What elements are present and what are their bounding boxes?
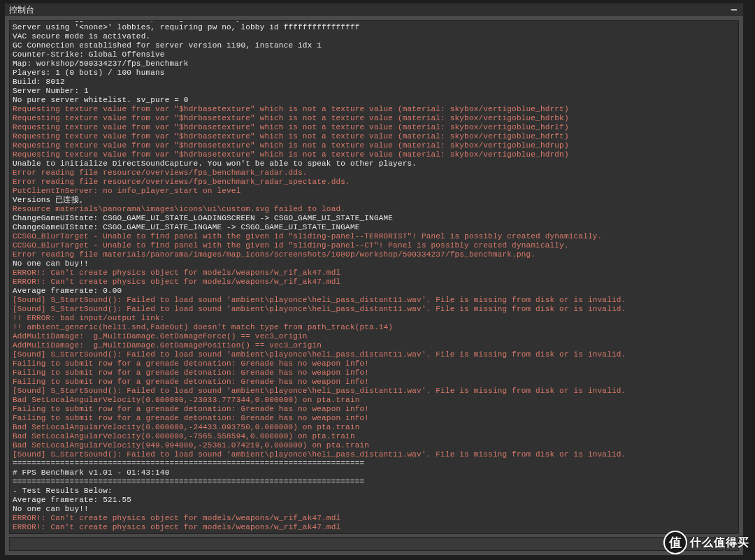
console-line: GC Connection established for server ver… xyxy=(13,41,735,50)
svg-rect-0 xyxy=(731,9,737,10)
console-line: Requesting texture value from var "$hdrb… xyxy=(13,123,735,132)
console-line: Bad SetLocalAngularVelocity(0.000000,-23… xyxy=(13,396,735,405)
console-line: Failing to submit row for a grenade deto… xyxy=(13,378,735,387)
console-line: ========================================… xyxy=(13,459,735,468)
watermark: 值 什么值得买 xyxy=(663,531,749,554)
console-line: Bad SetLocalAngularVelocity(949.994080,-… xyxy=(13,441,735,450)
console-output[interactable]: \src\steamnetworkingsockets\clientlib\cs… xyxy=(9,20,739,534)
console-line: - Test Results Below: xyxy=(13,487,735,496)
console-line: [Sound] S_StartSound(): Failed to load s… xyxy=(13,305,735,314)
console-line: Error reading file resource/overviews/fp… xyxy=(13,178,735,187)
console-line: Versions 已连接。 xyxy=(13,196,735,205)
console-line: ERROR!: Can't create physics object for … xyxy=(13,278,735,287)
console-line: Counter-Strike: Global Offensive xyxy=(13,50,735,59)
console-line: Requesting texture value from var "$hdrb… xyxy=(13,105,735,114)
console-line: AddMultiDamage: g_MultiDamage.GetDamageF… xyxy=(13,332,735,341)
console-line: CCSGO_BlurTarget - Unable to find panel … xyxy=(13,232,735,241)
titlebar[interactable]: 控制台 xyxy=(5,3,743,16)
console-line: No one can buy!! xyxy=(13,505,735,514)
console-line: !! ambient_generic(heli1.snd,FadeOut) do… xyxy=(13,323,735,332)
console-line: [Sound] S_StartSound(): Failed to load s… xyxy=(13,387,735,396)
console-line: ERROR!: Can't create physics object for … xyxy=(13,514,735,523)
console-line: PutClientInServer: no info_player_start … xyxy=(13,187,735,196)
console-line: ERROR!: Can't create physics object for … xyxy=(13,268,735,278)
console-line: Server using '<none>' lobbies, requiring… xyxy=(13,23,735,32)
console-line: # FPS Benchmark v1.01 - 01:43:140 xyxy=(13,468,735,478)
console-line: Resource materials\panorama\images\icons… xyxy=(13,205,735,214)
console-line: CCSGO_BlurTarget - Unable to find panel … xyxy=(13,241,735,250)
console-line: ChangeGameUIState: CSGO_GAME_UI_STATE_LO… xyxy=(13,214,735,223)
console-input-row xyxy=(9,537,739,551)
console-line: Requesting texture value from var "$hdrb… xyxy=(13,150,735,159)
console-line: VAC secure mode is activated. xyxy=(13,32,735,41)
console-line: [Sound] S_StartSound(): Failed to load s… xyxy=(13,296,735,305)
watermark-badge: 值 xyxy=(663,531,687,554)
console-window: 控制台 \src\steamnetworkingsockets\clientli… xyxy=(4,3,744,556)
console-line: Requesting texture value from var "$hdrb… xyxy=(13,132,735,141)
console-input[interactable] xyxy=(9,537,724,551)
console-line: Failing to submit row for a grenade deto… xyxy=(13,359,735,368)
window-title: 控制台 xyxy=(9,4,34,16)
console-line: Bad SetLocalAngularVelocity(0.000000,-24… xyxy=(13,423,735,432)
console-line: Requesting texture value from var "$hdrb… xyxy=(13,114,735,123)
console-line: !! ERROR: bad input/output link: xyxy=(13,314,735,323)
console-line: Failing to submit row for a grenade deto… xyxy=(13,405,735,414)
console-line: AddMultiDamage: g_MultiDamage.GetDamageP… xyxy=(13,341,735,350)
console-line: ChangeGameUIState: CSGO_GAME_UI_STATE_IN… xyxy=(13,223,735,232)
console-line: ========================================… xyxy=(13,478,735,487)
console-line: No pure server whitelist. sv_pure = 0 xyxy=(13,96,735,105)
console-line: Map: workshop/500334237/fps_benchmark xyxy=(13,59,735,69)
console-line: [Sound] S_StartSound(): Failed to load s… xyxy=(13,350,735,359)
console-line: No one can buy!! xyxy=(13,259,735,268)
console-line: Requesting texture value from var "$hdrb… xyxy=(13,141,735,150)
console-line: [Sound] S_StartSound(): Failed to load s… xyxy=(13,450,735,459)
console-line: Error reading file resource/overviews/fp… xyxy=(13,168,735,178)
console-line: Players: 1 (0 bots) / 100 humans xyxy=(13,69,735,78)
console-line: Failing to submit row for a grenade deto… xyxy=(13,368,735,378)
console-line: Server Number: 1 xyxy=(13,87,735,96)
console-line: Error reading file materials/panorama/im… xyxy=(13,250,735,259)
console-line: Unable to initialize DirectSoundCapture.… xyxy=(13,159,735,168)
watermark-text: 什么值得买 xyxy=(690,536,749,550)
console-line: Failing to submit row for a grenade deto… xyxy=(13,414,735,423)
console-line: ERROR!: Can't create physics object for … xyxy=(13,523,735,532)
console-line: Average framerate: 0.00 xyxy=(13,287,735,296)
console-line: Build: 8012 xyxy=(13,78,735,87)
console-line: Average framerate: 521.55 xyxy=(13,496,735,505)
console-line: Bad SetLocalAngularVelocity(0.000000,-75… xyxy=(13,432,735,441)
close-icon[interactable] xyxy=(729,5,739,15)
